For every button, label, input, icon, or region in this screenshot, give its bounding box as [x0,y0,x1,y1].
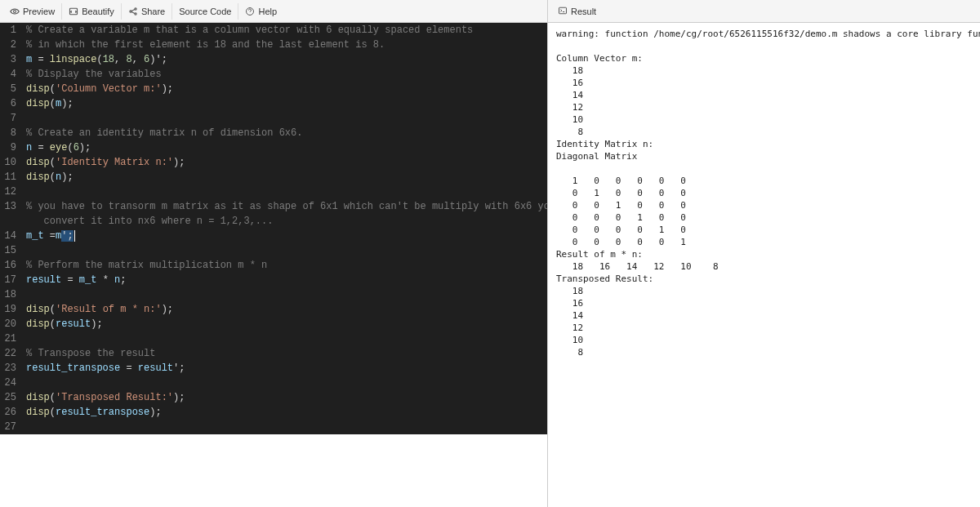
code-line[interactable]: 10disp('Identity Matrix n:'); [0,155,547,170]
code-line[interactable]: 8% Create an identity matrix n of dimens… [0,126,547,140]
result-toolbar: Result [548,0,980,23]
svg-point-2 [130,10,131,11]
code-line[interactable]: 23result_transpose = result'; [0,361,547,376]
code-line[interactable]: 16% Perform the matrix multiplication m … [0,258,547,273]
share-icon [128,7,138,16]
source-code-label: Source Code [179,7,231,16]
beautify-button[interactable]: Beautify [62,3,122,20]
code-line[interactable]: 5disp('Column Vector m:'); [0,82,547,96]
code-line[interactable]: 18 [0,287,547,302]
svg-point-4 [135,12,136,14]
preview-label: Preview [23,7,55,16]
result-tab[interactable]: Result [551,2,603,20]
code-line[interactable]: 26disp(result_transpose); [0,405,547,420]
editor-toolbar: Preview Beautify Share Source Code [0,0,547,23]
share-label: Share [141,7,165,16]
beautify-label: Beautify [82,7,114,16]
help-icon [245,7,255,16]
code-line[interactable]: 12 [0,185,547,199]
code-line[interactable]: 7 [0,111,547,126]
code-line[interactable]: 4% Display the variables [0,67,547,82]
code-line[interactable]: 25disp('Transposed Result:'); [0,390,547,405]
result-label: Result [571,7,596,16]
help-label: Help [258,7,277,16]
code-line[interactable]: 2% in which the first element is 18 and … [0,38,547,52]
svg-point-0 [14,10,16,12]
code-line[interactable]: 21 [0,331,547,346]
svg-rect-6 [559,7,567,14]
code-line[interactable]: 13% you have to transorm m matrix as it … [0,199,547,214]
code-line[interactable]: 15 [0,243,547,258]
eye-icon [10,7,20,16]
share-button[interactable]: Share [122,3,172,20]
code-line[interactable]: 19disp('Result of m * n:'); [0,302,547,317]
result-output: warning: function /home/cg/root/65261155… [548,23,980,363]
code-line[interactable]: 24 [0,376,547,390]
code-line[interactable]: 14m_t =m'; [0,229,547,243]
code-line[interactable]: 22% Transpose the result [0,346,547,361]
source-code-button[interactable]: Source Code [172,3,238,20]
code-line[interactable]: 27 [0,420,547,434]
code-line[interactable]: 3m = linspace(18, 8, 6)'; [0,52,547,67]
code-line[interactable]: 1% Create a variable m that is a column … [0,23,547,38]
terminal-icon [558,6,568,17]
svg-point-3 [135,7,136,9]
code-line[interactable]: 9n = eye(6); [0,140,547,155]
code-line[interactable]: 17result = m_t * n; [0,273,547,287]
result-pane: Result warning: function /home/cg/root/6… [547,0,980,507]
code-icon [69,7,78,16]
code-editor[interactable]: 1% Create a variable m that is a column … [0,23,547,434]
code-line-wrap[interactable]: convert it into nx6 where n = 1,2,3,... [0,214,547,229]
code-line[interactable]: 20disp(result); [0,317,547,331]
code-line[interactable]: 6disp(m); [0,96,547,111]
preview-button[interactable]: Preview [3,3,62,20]
help-button[interactable]: Help [238,3,283,20]
code-line[interactable]: 11disp(n); [0,170,547,185]
